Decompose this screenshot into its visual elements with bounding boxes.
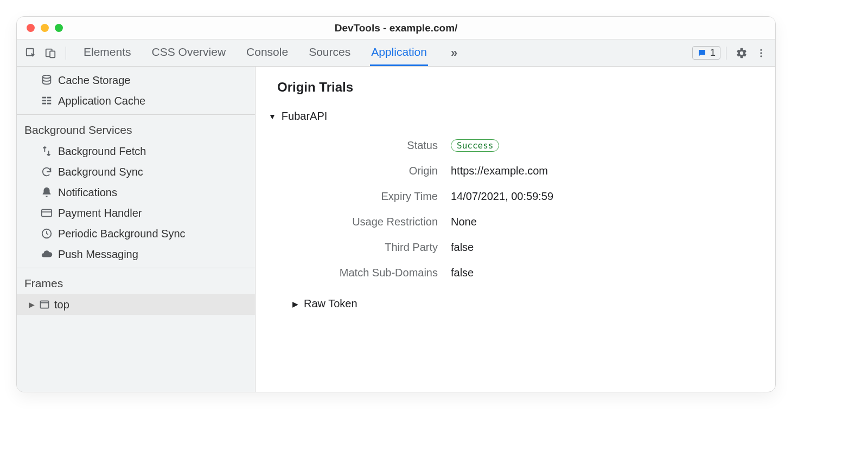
device-toolbar-button[interactable] bbox=[41, 43, 60, 63]
trial-disclosure[interactable]: ▼ FubarAPI bbox=[269, 110, 754, 122]
key-label: Third Party bbox=[277, 241, 451, 254]
more-menu-button[interactable] bbox=[751, 43, 771, 63]
frames-section: Frames ▶ top bbox=[17, 268, 255, 318]
frames-top-label: top bbox=[54, 296, 69, 313]
cloud-icon bbox=[41, 248, 53, 260]
devtools-window: DevTools - example.com/ Elements CSS Ove… bbox=[16, 16, 776, 392]
toolbar-divider bbox=[66, 47, 66, 60]
row-origin: Origin https://example.com bbox=[277, 158, 754, 184]
sync-icon bbox=[41, 166, 53, 178]
sidebar-item-label: Cache Storage bbox=[58, 72, 130, 88]
zoom-window-button[interactable] bbox=[55, 24, 63, 32]
section-label: Frames bbox=[17, 271, 255, 294]
sidebar-item-label: Periodic Background Sync bbox=[58, 225, 186, 242]
sidebar-item-push-messaging[interactable]: Push Messaging bbox=[17, 244, 255, 264]
window-icon bbox=[39, 299, 50, 310]
section-title: Origin Trials bbox=[277, 80, 754, 95]
key-label: Origin bbox=[277, 165, 451, 177]
kebab-icon bbox=[756, 48, 767, 59]
credit-card-icon bbox=[41, 207, 53, 219]
key-label: Usage Restriction bbox=[277, 216, 451, 228]
sidebar-item-cache-storage[interactable]: Cache Storage bbox=[17, 70, 255, 90]
content-panel: Origin Trials ▼ FubarAPI Status Success … bbox=[256, 67, 775, 392]
chevron-right-icon: ▶ bbox=[292, 300, 298, 308]
cache-section: Cache Storage Application Cache bbox=[17, 67, 255, 114]
trial-name: FubarAPI bbox=[282, 110, 327, 122]
row-third-party: Third Party false bbox=[277, 235, 754, 260]
more-tabs-button[interactable]: » bbox=[446, 46, 462, 60]
row-expiry: Expiry Time 14/07/2021, 00:59:59 bbox=[277, 184, 754, 209]
toolbar-divider bbox=[726, 47, 726, 60]
sidebar-item-label: Payment Handler bbox=[58, 205, 142, 221]
svg-rect-8 bbox=[47, 97, 51, 99]
sidebar-item-label: Notifications bbox=[58, 184, 117, 201]
key-label: Match Sub-Domains bbox=[277, 267, 451, 279]
sidebar-item-background-fetch[interactable]: Background Fetch bbox=[17, 141, 255, 161]
tab-application[interactable]: Application bbox=[370, 40, 428, 66]
fetch-icon bbox=[41, 145, 53, 157]
main-area: Cache Storage Application Cache Backgrou… bbox=[17, 67, 775, 392]
tab-elements[interactable]: Elements bbox=[82, 40, 132, 66]
svg-rect-11 bbox=[42, 103, 46, 105]
value-text: false bbox=[451, 267, 474, 279]
svg-rect-9 bbox=[42, 100, 46, 101]
svg-rect-13 bbox=[42, 210, 52, 217]
sidebar-item-label: Background Fetch bbox=[58, 143, 146, 159]
trial-details: Status Success Origin https://example.co… bbox=[277, 132, 754, 286]
window-title: DevTools - example.com/ bbox=[17, 22, 775, 34]
minimize-window-button[interactable] bbox=[41, 24, 49, 32]
value-text: false bbox=[451, 241, 474, 254]
svg-rect-7 bbox=[42, 97, 46, 99]
svg-rect-15 bbox=[41, 301, 49, 308]
sidebar-item-periodic-sync[interactable]: Periodic Background Sync bbox=[17, 223, 255, 244]
gear-icon bbox=[736, 47, 748, 59]
devtools-toolbar: Elements CSS Overview Console Sources Ap… bbox=[17, 40, 775, 67]
svg-point-5 bbox=[760, 55, 762, 57]
value-text: 14/07/2021, 00:59:59 bbox=[451, 190, 553, 203]
svg-point-6 bbox=[43, 75, 51, 79]
svg-rect-2 bbox=[50, 51, 55, 57]
sidebar-item-background-sync[interactable]: Background Sync bbox=[17, 161, 255, 182]
tab-console[interactable]: Console bbox=[245, 40, 289, 66]
grid-icon bbox=[41, 95, 53, 107]
chevron-down-icon: ▼ bbox=[269, 112, 276, 121]
sidebar-item-notifications[interactable]: Notifications bbox=[17, 182, 255, 203]
sidebar-item-label: Application Cache bbox=[58, 93, 145, 109]
expand-icon: ▶ bbox=[29, 296, 35, 313]
sidebar-item-label: Push Messaging bbox=[58, 246, 138, 262]
issues-count: 1 bbox=[710, 47, 716, 59]
clock-icon bbox=[41, 228, 53, 240]
row-status: Status Success bbox=[277, 132, 754, 158]
settings-button[interactable] bbox=[732, 43, 751, 63]
row-match-subdomains: Match Sub-Domains false bbox=[277, 260, 754, 286]
application-sidebar: Cache Storage Application Cache Backgrou… bbox=[17, 67, 256, 392]
inspect-element-button[interactable] bbox=[21, 43, 41, 63]
svg-point-4 bbox=[760, 52, 762, 54]
raw-token-label: Raw Token bbox=[304, 298, 358, 310]
status-badge: Success bbox=[451, 139, 499, 152]
database-icon bbox=[41, 74, 53, 86]
sidebar-item-payment-handler[interactable]: Payment Handler bbox=[17, 203, 255, 223]
sidebar-item-label: Background Sync bbox=[58, 164, 143, 180]
close-window-button[interactable] bbox=[27, 24, 35, 32]
row-usage-restriction: Usage Restriction None bbox=[277, 209, 754, 235]
tab-css-overview[interactable]: CSS Overview bbox=[151, 40, 227, 66]
background-services-section: Background Services Background Fetch Bac… bbox=[17, 114, 255, 268]
value-text: https://example.com bbox=[451, 165, 548, 177]
section-label: Background Services bbox=[17, 118, 255, 141]
frames-top-row[interactable]: ▶ top bbox=[17, 294, 255, 315]
value-text: None bbox=[451, 216, 477, 228]
chat-icon bbox=[697, 48, 707, 58]
tab-sources[interactable]: Sources bbox=[308, 40, 352, 66]
svg-rect-10 bbox=[47, 100, 51, 101]
svg-rect-12 bbox=[47, 103, 51, 105]
key-label: Expiry Time bbox=[277, 190, 451, 203]
titlebar: DevTools - example.com/ bbox=[17, 17, 775, 40]
panel-tabs: Elements CSS Overview Console Sources Ap… bbox=[82, 40, 462, 66]
issues-badge[interactable]: 1 bbox=[692, 46, 720, 60]
sidebar-item-application-cache[interactable]: Application Cache bbox=[17, 90, 255, 111]
traffic-lights bbox=[17, 24, 63, 32]
key-label: Status bbox=[277, 139, 451, 152]
bell-icon bbox=[41, 186, 53, 198]
raw-token-disclosure[interactable]: ▶ Raw Token bbox=[292, 298, 754, 310]
